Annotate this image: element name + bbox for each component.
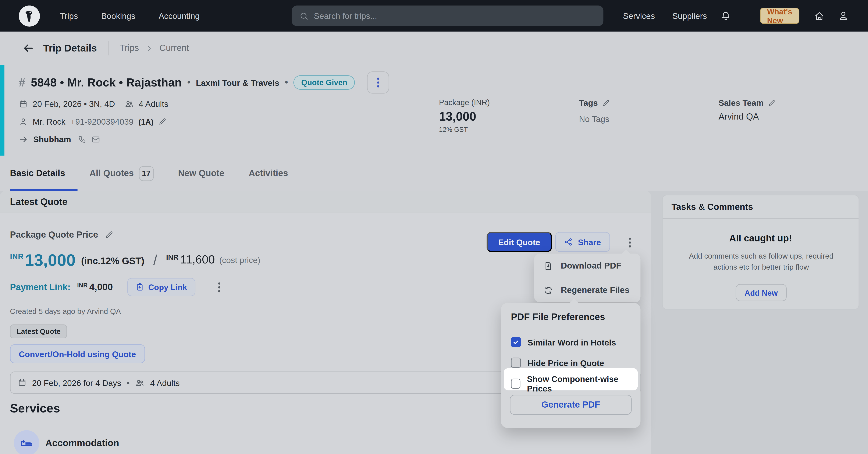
nav-accounting[interactable]: Accounting (158, 11, 199, 20)
nav-services[interactable]: Services (623, 11, 655, 20)
sales-team-label: Sales Team (719, 98, 764, 107)
latest-quote-title: Latest Quote (10, 196, 67, 207)
checkbox-unchecked-icon[interactable] (511, 358, 521, 368)
copy-link-button[interactable]: Copy Link (127, 278, 195, 296)
contact-phone: +91-9200394039 (70, 117, 133, 126)
package-amount: 13,000 (439, 110, 490, 124)
breadcrumb-trips[interactable]: Trips (120, 43, 139, 53)
person-icon (19, 117, 28, 126)
tab-bar: Basic Details All Quotes 17 New Quote Ac… (0, 156, 868, 191)
tab-activities[interactable]: Activities (249, 168, 288, 178)
contact-name: Mr. Rock (33, 117, 65, 126)
brand-icon (19, 5, 40, 26)
primary-nav: Trips Bookings Accounting (60, 11, 199, 20)
top-navigation: Trips Bookings Accounting Services Suppl… (0, 0, 868, 32)
tab-basic-details[interactable]: Basic Details (10, 168, 65, 178)
download-pdf-label: Download PDF (561, 261, 621, 271)
price-separator: / (153, 252, 157, 269)
option-label: Similar Word in Hotels (527, 337, 616, 347)
calendar-icon (19, 99, 28, 108)
menu-item-regenerate-files[interactable]: Regenerate Files (534, 278, 641, 302)
add-new-button[interactable]: Add New (736, 284, 786, 301)
edit-quote-button[interactable]: Edit Quote (487, 232, 552, 252)
tab-all-quotes-label: All Quotes (89, 168, 134, 178)
payment-currency: INR (77, 281, 88, 288)
back-arrow-icon[interactable] (22, 42, 34, 54)
contact-pax-code: (1A) (138, 117, 153, 126)
cost-price-note: (cost price) (219, 255, 260, 265)
search-bar[interactable] (292, 5, 603, 26)
checkbox-checked-icon[interactable] (511, 337, 521, 347)
separator-dot: • (187, 78, 190, 88)
trip-dates: 20 Feb, 2026 • 3N, 4D (33, 99, 115, 109)
copy-link-label: Copy Link (148, 283, 187, 292)
option-similar-word-in-hotels[interactable]: Similar Word in Hotels (511, 337, 616, 347)
tasks-comments-title: Tasks & Comments (672, 202, 753, 212)
nav-trips[interactable]: Trips (60, 11, 78, 20)
services-heading: Services (10, 401, 60, 416)
quote-created-info: Created 5 days ago by Arvind QA (10, 307, 121, 315)
latest-quote-chip: Latest Quote (10, 325, 67, 338)
edit-tags-pencil-icon[interactable] (602, 99, 610, 107)
quote-amount: 13,000 (25, 251, 76, 269)
payment-kebab-menu-button[interactable] (216, 280, 222, 294)
status-badge[interactable]: Quote Given (293, 75, 355, 90)
whats-new-button[interactable]: What's New (760, 8, 799, 24)
separator-dot: • (127, 378, 130, 387)
pdf-preferences-panel: PDF File Preferences Similar Word in Hot… (501, 303, 641, 428)
edit-contact-pencil-icon[interactable] (158, 117, 167, 126)
convert-onhold-button[interactable]: Convert/On-Hold using Quote (10, 344, 145, 363)
trip-kebab-menu-button[interactable] (367, 71, 389, 93)
account-user-icon[interactable] (838, 10, 849, 21)
option-hide-price-in-quote[interactable]: Hide Price in Quote (511, 358, 604, 368)
trip-header: # 5848 • Mr. Rock • Rajasthan • Laxmi To… (0, 65, 868, 156)
package-quote-price-label: Package Quote Price (10, 230, 98, 240)
tasks-comments-header: Tasks & Comments (663, 195, 859, 219)
breadcrumb-current: Current (159, 43, 189, 53)
quote-traveller-count: 4 Adults (150, 378, 180, 387)
tasks-empty-description: Add comments such as follow ups, require… (678, 251, 844, 272)
notifications-bell-icon[interactable] (721, 11, 731, 21)
quotes-count-badge: 17 (139, 166, 154, 181)
traveller-count: 4 Adults (139, 99, 168, 109)
quote-currency: INR (10, 252, 24, 261)
checkbox-unchecked-icon[interactable] (511, 379, 520, 389)
phone-icon[interactable] (78, 135, 87, 143)
quote-price-row: INR 13,000 (inc.12% GST) / INR 11,600 (c… (10, 251, 260, 269)
email-icon[interactable] (92, 135, 100, 144)
breadcrumb-divider (108, 41, 108, 55)
option-label: Show Component-wise Prices (527, 374, 638, 393)
share-label: Share (578, 237, 601, 246)
package-label: Package (INR) (439, 98, 490, 107)
quote-kebab-menu-button[interactable] (627, 235, 633, 250)
tab-new-quote[interactable]: New Quote (178, 168, 224, 178)
quote-trip-dates: 20 Feb, 2026 for 4 Days (32, 378, 121, 387)
generate-pdf-button[interactable]: Generate PDF (510, 395, 632, 415)
copy-link-icon (135, 283, 144, 291)
page-title: Trip Details (43, 42, 97, 54)
option-show-component-wise-prices[interactable]: Show Component-wise Prices (511, 374, 638, 393)
payment-amount: 4,000 (89, 281, 113, 293)
edit-price-pencil-icon[interactable] (105, 231, 114, 239)
nav-suppliers[interactable]: Suppliers (672, 11, 707, 20)
download-pdf-icon (544, 261, 553, 270)
handler-name: Shubham (33, 134, 71, 144)
quote-gst-note: (inc.12% GST) (81, 256, 145, 267)
nav-bookings[interactable]: Bookings (101, 11, 135, 20)
tab-all-quotes[interactable]: All Quotes 17 (89, 166, 154, 181)
search-input[interactable] (314, 11, 596, 20)
regenerate-refresh-icon (544, 285, 553, 295)
search-icon (300, 11, 308, 20)
chevron-right-icon (146, 44, 153, 52)
travellers-icon (135, 378, 145, 387)
share-button[interactable]: Share (555, 232, 610, 252)
option-label: Hide Price in Quote (527, 358, 604, 367)
tasks-comments-card: Tasks & Comments All caught up! Add comm… (662, 195, 859, 310)
app-logo[interactable] (19, 5, 40, 26)
edit-sales-team-pencil-icon[interactable] (768, 99, 776, 107)
travellers-icon (124, 99, 134, 109)
tags-label: Tags (579, 98, 598, 107)
sales-team-value: Arvind QA (719, 112, 776, 122)
status-color-strip (0, 65, 4, 156)
home-icon[interactable] (814, 11, 824, 21)
